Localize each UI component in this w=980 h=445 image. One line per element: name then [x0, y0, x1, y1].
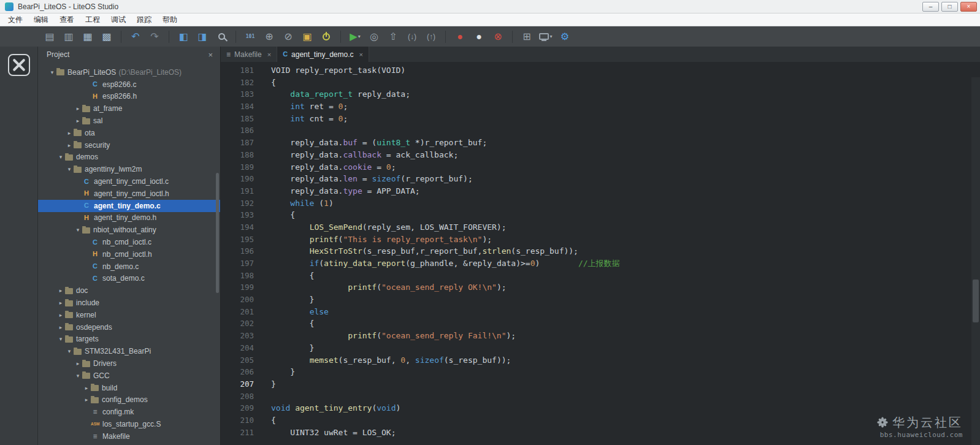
- menu-item[interactable]: 调试: [105, 13, 131, 26]
- disable-button[interactable]: ⊘: [280, 29, 296, 45]
- power-button[interactable]: [318, 29, 334, 45]
- watermark-title: 华为云社区: [877, 417, 963, 429]
- tree-item-include[interactable]: ▸include: [38, 297, 220, 309]
- tree-item-targets[interactable]: ▾targets: [38, 333, 220, 346]
- stop-button[interactable]: ●: [471, 29, 487, 45]
- tab-close-icon[interactable]: ×: [267, 51, 271, 58]
- calculator-button[interactable]: ⊞: [519, 29, 535, 45]
- tree-item-sota_demo.c[interactable]: Csota_demo.c: [38, 273, 220, 285]
- settings-button[interactable]: ⚙: [557, 29, 573, 45]
- panel-close-icon[interactable]: ×: [208, 50, 213, 59]
- save-all-button[interactable]: ▩: [99, 29, 115, 45]
- tree-item-Makefile[interactable]: ≡Makefile: [38, 430, 220, 443]
- undo-button[interactable]: ↶: [128, 29, 144, 45]
- menu-item[interactable]: 查看: [54, 13, 80, 26]
- expand-arrow-icon[interactable]: ▸: [74, 118, 82, 124]
- code-line: 208: [221, 390, 980, 403]
- expand-arrow-icon[interactable]: ▸: [74, 105, 82, 112]
- tree-item-security[interactable]: ▸security: [38, 139, 220, 151]
- expand-arrow-icon[interactable]: ▸: [74, 360, 82, 367]
- tree-item-los_startup_gcc.S[interactable]: ASMlos_startup_gcc.S: [38, 418, 220, 430]
- open-project-button[interactable]: ▥: [61, 29, 77, 45]
- tree-item-config_demos[interactable]: ▸config_demos: [38, 394, 220, 406]
- deploy-button[interactable]: ⇧: [385, 29, 401, 45]
- tree-item-GCC[interactable]: ▾GCC: [38, 370, 220, 382]
- menu-item[interactable]: 帮助: [157, 13, 183, 26]
- expand-arrow-icon[interactable]: ▾: [56, 154, 65, 160]
- split-editor-button[interactable]: ◧: [175, 29, 191, 45]
- run-button[interactable]: ▶▾: [347, 29, 363, 45]
- package-button[interactable]: ▣: [299, 29, 315, 45]
- tree-scrollbar[interactable]: [216, 173, 219, 293]
- tree-item-agent_tiny_cmd_ioctl.h[interactable]: Hagent_tiny_cmd_ioctl.h: [38, 188, 220, 200]
- tree-item-kernel[interactable]: ▸kernel: [38, 309, 220, 321]
- expand-arrow-icon[interactable]: ▸: [56, 324, 65, 330]
- new-window-button[interactable]: ◨: [194, 29, 210, 45]
- step-into-button[interactable]: (↓): [404, 29, 420, 45]
- menu-item[interactable]: 工程: [80, 13, 105, 26]
- expand-arrow-icon[interactable]: ▾: [48, 69, 56, 75]
- binary-view-button[interactable]: 101: [242, 29, 258, 45]
- tree-item-Drivers[interactable]: ▸Drivers: [38, 357, 220, 370]
- import-project-button[interactable]: ▤: [42, 29, 58, 45]
- tree-item-nbiot_without_atiny[interactable]: ▾nbiot_without_atiny: [38, 224, 220, 236]
- menu-item[interactable]: 文件: [2, 13, 28, 26]
- minimize-button[interactable]: –: [922, 2, 939, 12]
- maximize-button[interactable]: □: [941, 2, 958, 12]
- expand-arrow-icon[interactable]: ▸: [82, 385, 91, 391]
- tree-item-nb_cmd_ioctl.h[interactable]: Hnb_cmd_ioctl.h: [38, 248, 220, 261]
- step-out-button[interactable]: (↑): [423, 29, 439, 45]
- save-button[interactable]: ▦: [80, 29, 96, 45]
- tree-item-BearPi_LiteOS[interactable]: ▾BearPi_LiteOS (D:\BearPi_LiteOS): [38, 66, 220, 78]
- flash-burn-button[interactable]: ⊕: [261, 29, 277, 45]
- menu-item[interactable]: 编辑: [28, 13, 54, 26]
- tab-makefile[interactable]: ≡Makefile×: [221, 47, 277, 62]
- search-button[interactable]: [213, 29, 229, 45]
- tree-item-agent_tiny_cmd_ioctl.c[interactable]: Cagent_tiny_cmd_ioctl.c: [38, 175, 220, 188]
- tree-item-esp8266.h[interactable]: Hesp8266.h: [38, 91, 220, 103]
- expand-arrow-icon[interactable]: ▸: [65, 142, 74, 148]
- tab-close-icon[interactable]: ×: [359, 51, 363, 58]
- editor-scrollbar-thumb[interactable]: [973, 280, 979, 322]
- menu-item[interactable]: 跟踪: [131, 13, 157, 26]
- tree-item-esp8266.c[interactable]: Cesp8266.c: [38, 78, 220, 91]
- liteos-studio-logo-icon[interactable]: [8, 54, 30, 76]
- clear-button[interactable]: ⊗: [490, 29, 506, 45]
- tree-item-label: nbiot_without_atiny: [93, 226, 156, 234]
- tree-item-agent_tiny_demo.h[interactable]: Hagent_tiny_demo.h: [38, 212, 220, 224]
- tree-item-ota[interactable]: ▸ota: [38, 127, 220, 139]
- monitor-button[interactable]: ▾: [538, 29, 554, 45]
- expand-arrow-icon[interactable]: ▸: [56, 287, 65, 294]
- tree-item-STM32L431_BearPi[interactable]: ▾STM32L431_BearPi: [38, 345, 220, 357]
- tree-item-config.mk[interactable]: ≡config.mk: [38, 406, 220, 418]
- tree-item-sal[interactable]: ▸sal: [38, 115, 220, 127]
- expand-arrow-icon[interactable]: ▾: [74, 373, 82, 379]
- tree-item-nb_demo.c[interactable]: Cnb_demo.c: [38, 261, 220, 273]
- close-button[interactable]: ×: [960, 2, 977, 12]
- code-editor[interactable]: 181VOID reply_report_task(VOID)182{183 d…: [221, 62, 980, 445]
- tree-item-doc[interactable]: ▸doc: [38, 284, 220, 297]
- tree-item-build[interactable]: ▸build: [38, 382, 220, 394]
- expand-arrow-icon[interactable]: ▸: [82, 397, 91, 403]
- line-number: 186: [221, 124, 254, 137]
- tree-item-agenttiny_lwm2m[interactable]: ▾agenttiny_lwm2m: [38, 163, 220, 175]
- tree-item-demos[interactable]: ▾demos: [38, 151, 220, 164]
- tab-agent_tiny_demo.c[interactable]: Cagent_tiny_demo.c×: [277, 47, 369, 62]
- debug-button[interactable]: ◎: [366, 29, 382, 45]
- expand-arrow-icon[interactable]: ▾: [65, 166, 74, 172]
- expand-arrow-icon[interactable]: ▾: [74, 227, 82, 233]
- editor-scrollbar[interactable]: [971, 77, 980, 445]
- expand-arrow-icon[interactable]: ▾: [65, 348, 74, 354]
- record-button[interactable]: ●: [452, 29, 468, 45]
- tree-item-agent_tiny_demo.c[interactable]: Cagent_tiny_demo.c: [38, 200, 220, 212]
- tree-item-at_frame[interactable]: ▸at_frame: [38, 102, 220, 115]
- expand-arrow-icon[interactable]: ▸: [56, 312, 65, 318]
- expand-arrow-icon[interactable]: ▾: [56, 336, 65, 342]
- folder-icon: [65, 288, 73, 294]
- redo-button[interactable]: ↷: [147, 29, 163, 45]
- code-line: 207}: [221, 378, 980, 390]
- tree-item-nb_cmd_ioctl.c[interactable]: Cnb_cmd_ioctl.c: [38, 236, 220, 248]
- tree-item-osdepends[interactable]: ▸osdepends: [38, 321, 220, 333]
- expand-arrow-icon[interactable]: ▸: [65, 130, 74, 136]
- expand-arrow-icon[interactable]: ▸: [56, 300, 65, 306]
